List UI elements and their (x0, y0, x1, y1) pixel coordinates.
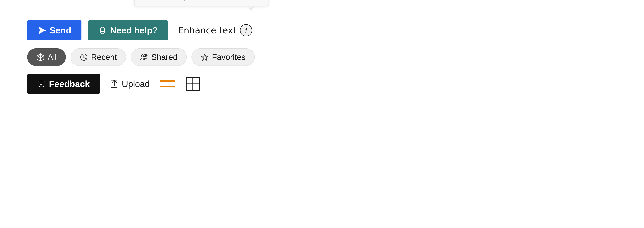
enhance-text-label: Enhance text (178, 25, 236, 35)
info-button[interactable]: i (240, 24, 252, 36)
enhance-text-group: Enhance text i Custom tooltip with more … (178, 24, 252, 36)
filter-pills-row: All Recent (27, 48, 255, 66)
upload-button[interactable]: Upload (110, 79, 150, 89)
filter-recent-label: Recent (91, 52, 117, 62)
svg-point-2 (100, 27, 105, 32)
filter-all-label: All (48, 52, 57, 62)
filter-recent-button[interactable]: Recent (70, 48, 126, 66)
filter-all-button[interactable]: All (27, 48, 66, 66)
list-view-button[interactable] (160, 78, 175, 90)
filter-shared-label: Shared (151, 52, 178, 62)
star-icon (201, 53, 209, 61)
tooltip-box: Custom tooltip with more information (134, 0, 268, 6)
cube-icon (36, 53, 44, 61)
list-icon (160, 78, 175, 90)
filter-favorites-label: Favorites (212, 52, 246, 62)
people-icon (140, 53, 148, 61)
feedback-icon (38, 80, 46, 88)
upload-icon (110, 80, 118, 88)
feedback-label: Feedback (49, 79, 90, 89)
svg-rect-17 (38, 81, 45, 86)
need-help-label: Need help? (110, 25, 158, 35)
grid-icon (186, 77, 200, 91)
svg-point-12 (142, 55, 144, 57)
filter-shared-button[interactable]: Shared (131, 48, 187, 66)
tooltip-text: Custom tooltip with more information (141, 0, 262, 2)
grid-view-button[interactable] (186, 77, 200, 91)
svg-line-11 (84, 58, 86, 59)
row-actions-primary: Send Need help? Enhance text i (27, 21, 255, 40)
headset-icon (98, 26, 106, 34)
filter-favorites-button[interactable]: Favorites (192, 48, 254, 66)
tooltip-container: Custom tooltip with more information (134, 0, 268, 6)
svg-marker-16 (201, 54, 208, 60)
send-label: Send (50, 25, 71, 35)
clock-icon (80, 53, 88, 61)
info-icon: i (245, 26, 247, 35)
upload-label: Upload (122, 79, 150, 89)
row-actions-secondary: Feedback Upload (27, 74, 255, 94)
send-icon (38, 26, 46, 35)
feedback-button[interactable]: Feedback (27, 74, 100, 94)
send-button[interactable]: Send (27, 21, 82, 40)
need-help-button[interactable]: Need help? (88, 21, 168, 40)
